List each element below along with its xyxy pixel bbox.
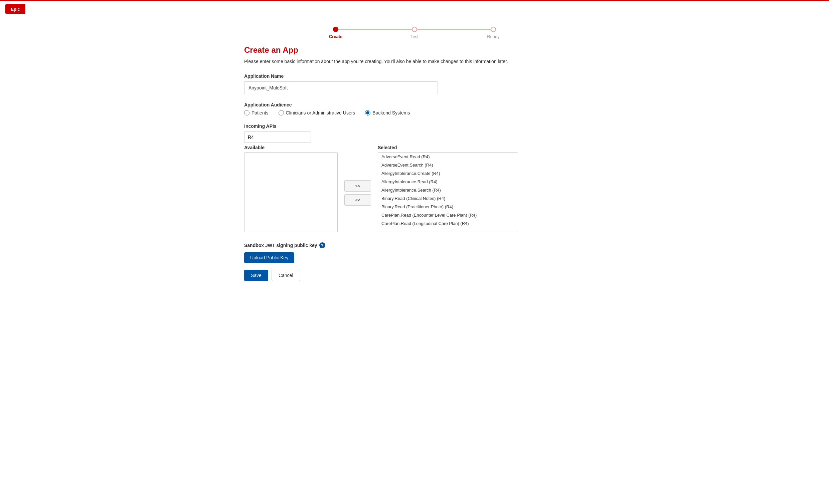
page-title: Create an App bbox=[244, 45, 585, 55]
step-line-1 bbox=[338, 29, 412, 30]
app-name-label: Application Name bbox=[244, 73, 585, 79]
list-item[interactable]: AllergyIntolerance.Create (R4) bbox=[378, 169, 518, 178]
step-create: Create bbox=[333, 27, 338, 32]
app-audience-group: Application Audience Patients Clinicians… bbox=[244, 102, 585, 115]
incoming-apis-section: Incoming APIs Available >> << Selected A… bbox=[244, 123, 585, 232]
top-bar: Epic bbox=[0, 0, 829, 17]
radio-patients-input[interactable] bbox=[244, 110, 250, 115]
move-right-button[interactable]: >> bbox=[345, 180, 371, 192]
selected-label: Selected bbox=[378, 145, 518, 150]
step-ready: Ready bbox=[491, 27, 496, 32]
incoming-apis-label: Incoming APIs bbox=[244, 123, 585, 129]
list-item[interactable]: AllergyIntolerance.Read (R4) bbox=[378, 178, 518, 186]
epic-logo: Epic bbox=[5, 4, 25, 14]
radio-patients-label: Patients bbox=[252, 110, 268, 115]
step-create-label: Create bbox=[329, 34, 343, 39]
move-left-button[interactable]: << bbox=[345, 194, 371, 206]
radio-clinicians[interactable]: Clinicians or Administrative Users bbox=[279, 110, 355, 115]
list-item[interactable]: Binary.Read (Practitioner Photo) (R4) bbox=[378, 203, 518, 211]
selected-list[interactable]: AdverseEvent.Read (R4)AdverseEvent.Searc… bbox=[378, 152, 518, 232]
list-item[interactable]: CarePlan.Read (Longitudinal Care Plan) (… bbox=[378, 219, 518, 228]
main-content: Create an App Please enter some basic in… bbox=[231, 39, 598, 295]
stepper: Create Test Ready bbox=[0, 17, 829, 39]
transfer-buttons: >> << bbox=[338, 180, 378, 206]
selected-list-wrapper: Selected AdverseEvent.Read (R4)AdverseEv… bbox=[378, 145, 518, 232]
radio-patients[interactable]: Patients bbox=[244, 110, 268, 115]
available-list-wrapper: Available bbox=[244, 145, 338, 232]
save-button[interactable]: Save bbox=[244, 270, 268, 281]
jwt-label-text: Sandbox JWT signing public key bbox=[244, 243, 317, 248]
app-audience-label: Application Audience bbox=[244, 102, 585, 108]
radio-backend-label: Backend Systems bbox=[372, 110, 410, 115]
jwt-help-icon[interactable]: ? bbox=[319, 242, 325, 248]
radio-clinicians-input[interactable] bbox=[279, 110, 284, 115]
step-test: Test bbox=[412, 27, 417, 32]
step-test-label: Test bbox=[410, 34, 419, 39]
page-description: Please enter some basic information abou… bbox=[244, 59, 585, 64]
cancel-button[interactable]: Cancel bbox=[272, 270, 300, 281]
available-label: Available bbox=[244, 145, 338, 150]
app-name-input[interactable] bbox=[244, 81, 438, 94]
action-buttons: Save Cancel bbox=[244, 270, 585, 281]
list-item[interactable]: AdverseEvent.Read (R4) bbox=[378, 153, 518, 161]
step-ready-circle bbox=[491, 27, 496, 32]
step-ready-label: Ready bbox=[487, 34, 500, 39]
list-item[interactable]: CarePlan.Read (Encounter Level Care Plan… bbox=[378, 211, 518, 219]
list-item[interactable]: Binary.Read (Clinical Notes) (R4) bbox=[378, 194, 518, 203]
step-line-2 bbox=[417, 29, 491, 30]
dual-list-container: Available >> << Selected AdverseEvent.Re… bbox=[244, 145, 585, 232]
step-test-circle bbox=[412, 27, 417, 32]
upload-public-key-button[interactable]: Upload Public Key bbox=[244, 252, 294, 263]
apis-filter-input[interactable] bbox=[244, 131, 311, 143]
step-create-circle bbox=[333, 27, 338, 32]
app-name-group: Application Name bbox=[244, 73, 585, 94]
radio-group: Patients Clinicians or Administrative Us… bbox=[244, 110, 585, 115]
list-item[interactable]: AllergyIntolerance.Search (R4) bbox=[378, 186, 518, 194]
list-item[interactable]: AdverseEvent.Search (R4) bbox=[378, 161, 518, 169]
jwt-section: Sandbox JWT signing public key ? Upload … bbox=[244, 242, 585, 263]
jwt-label-row: Sandbox JWT signing public key ? bbox=[244, 242, 585, 248]
radio-backend[interactable]: Backend Systems bbox=[365, 110, 410, 115]
radio-backend-input[interactable] bbox=[365, 110, 370, 115]
radio-clinicians-label: Clinicians or Administrative Users bbox=[286, 110, 355, 115]
available-list[interactable] bbox=[244, 152, 338, 232]
